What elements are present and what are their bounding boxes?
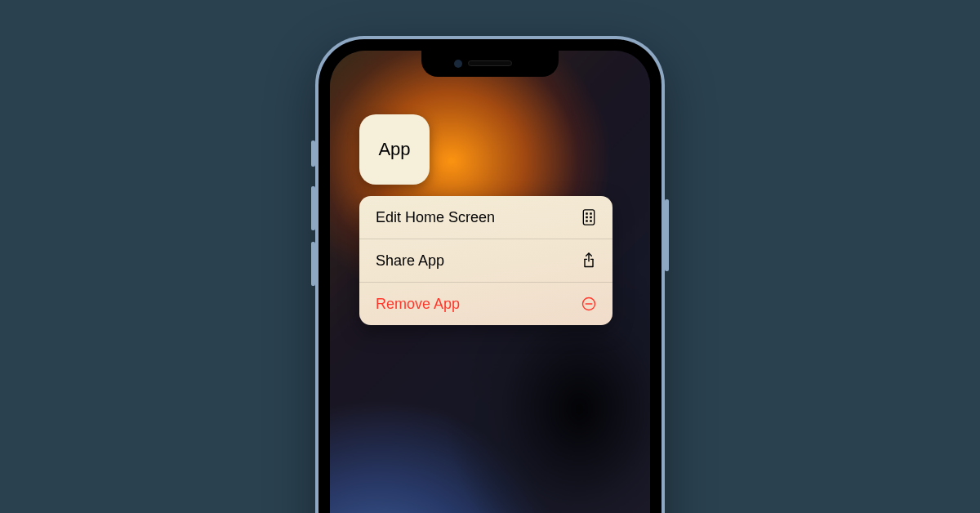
menu-item-label: Remove App: [376, 296, 460, 313]
earpiece-speaker: [468, 60, 512, 66]
share-icon: [580, 252, 598, 270]
menu-item-label: Edit Home Screen: [376, 209, 495, 226]
minus-circle-icon: [580, 295, 598, 313]
svg-rect-0: [583, 210, 594, 225]
silent-switch[interactable]: [311, 141, 315, 167]
notch: [421, 51, 559, 77]
svg-rect-2: [590, 212, 592, 215]
volume-up-button[interactable]: [311, 186, 315, 230]
front-camera: [454, 60, 462, 68]
menu-item-label: Share App: [376, 252, 444, 270]
menu-item-share-app[interactable]: Share App: [359, 239, 612, 282]
menu-item-edit-home-screen[interactable]: Edit Home Screen: [359, 196, 612, 239]
app-icon[interactable]: App: [359, 114, 430, 185]
context-menu: Edit Home Screen Sh: [359, 196, 612, 325]
app-icon-label: App: [378, 139, 410, 160]
phone-bezel: App Edit Home Screen: [318, 39, 662, 513]
svg-rect-3: [586, 216, 588, 219]
svg-rect-4: [590, 216, 592, 219]
svg-rect-6: [590, 220, 592, 222]
phone-screen: App Edit Home Screen: [330, 51, 650, 513]
volume-down-button[interactable]: [311, 242, 315, 286]
apps-icon: [580, 208, 598, 226]
menu-item-remove-app[interactable]: Remove App: [359, 282, 612, 325]
power-button[interactable]: [665, 199, 669, 271]
svg-rect-5: [586, 220, 588, 222]
svg-rect-1: [586, 212, 588, 215]
phone-frame: App Edit Home Screen: [315, 36, 665, 513]
